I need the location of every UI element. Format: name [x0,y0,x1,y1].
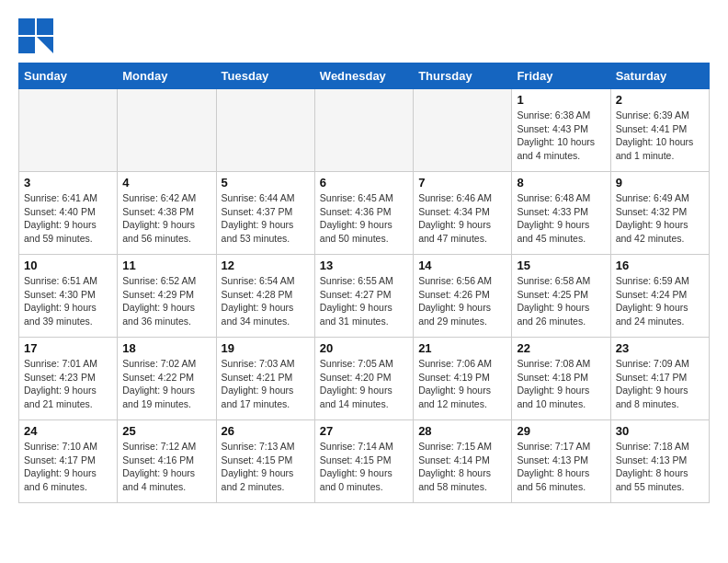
calendar-cell [414,89,512,172]
day-number: 3 [24,176,112,190]
calendar-cell: 7Sunrise: 6:46 AM Sunset: 4:34 PM Daylig… [414,172,512,255]
day-number: 16 [616,259,704,272]
svg-rect-1 [37,18,53,35]
calendar-cell: 19Sunrise: 7:03 AM Sunset: 4:21 PM Dayli… [216,338,314,420]
day-info: Sunrise: 7:09 AM Sunset: 4:17 PM Dayligh… [616,357,704,411]
calendar-cell: 16Sunrise: 6:59 AM Sunset: 4:24 PM Dayli… [610,255,709,338]
logo [18,18,59,53]
calendar-cell: 18Sunrise: 7:02 AM Sunset: 4:22 PM Dayli… [118,338,216,420]
day-info: Sunrise: 7:08 AM Sunset: 4:18 PM Dayligh… [517,357,605,411]
calendar-cell: 9Sunrise: 6:49 AM Sunset: 4:32 PM Daylig… [610,172,709,255]
day-number: 19 [222,341,310,355]
day-info: Sunrise: 7:06 AM Sunset: 4:19 PM Dayligh… [418,357,506,411]
day-number: 4 [122,176,210,190]
calendar-cell: 25Sunrise: 7:12 AM Sunset: 4:16 PM Dayli… [118,420,216,503]
calendar-cell: 14Sunrise: 6:56 AM Sunset: 4:26 PM Dayli… [414,255,512,338]
day-number: 18 [122,341,210,355]
calendar-cell: 30Sunrise: 7:18 AM Sunset: 4:13 PM Dayli… [610,420,709,503]
day-info: Sunrise: 6:54 AM Sunset: 4:28 PM Dayligh… [222,274,310,328]
day-info: Sunrise: 7:02 AM Sunset: 4:22 PM Dayligh… [122,357,210,411]
day-info: Sunrise: 6:59 AM Sunset: 4:24 PM Dayligh… [616,274,704,328]
calendar-cell: 24Sunrise: 7:10 AM Sunset: 4:17 PM Dayli… [19,420,118,503]
day-info: Sunrise: 6:52 AM Sunset: 4:29 PM Dayligh… [122,274,210,328]
logo-icon [18,18,53,53]
day-number: 12 [222,259,310,272]
day-number: 21 [418,341,506,355]
day-number: 20 [320,341,408,355]
day-number: 5 [222,176,310,190]
day-info: Sunrise: 7:18 AM Sunset: 4:13 PM Dayligh… [616,440,704,494]
day-info: Sunrise: 7:01 AM Sunset: 4:23 PM Dayligh… [24,357,112,411]
day-info: Sunrise: 7:14 AM Sunset: 4:15 PM Dayligh… [320,440,408,494]
day-info: Sunrise: 7:12 AM Sunset: 4:16 PM Dayligh… [122,440,210,494]
calendar-cell: 15Sunrise: 6:58 AM Sunset: 4:25 PM Dayli… [512,255,610,338]
calendar-cell: 4Sunrise: 6:42 AM Sunset: 4:38 PM Daylig… [118,172,216,255]
day-number: 14 [418,259,506,272]
calendar-cell: 28Sunrise: 7:15 AM Sunset: 4:14 PM Dayli… [414,420,512,503]
day-info: Sunrise: 6:39 AM Sunset: 4:41 PM Dayligh… [616,109,704,163]
calendar-cell: 29Sunrise: 7:17 AM Sunset: 4:13 PM Dayli… [512,420,610,503]
day-info: Sunrise: 7:05 AM Sunset: 4:20 PM Dayligh… [320,357,408,411]
day-number: 24 [24,424,112,438]
day-info: Sunrise: 6:55 AM Sunset: 4:27 PM Dayligh… [320,274,408,328]
day-number: 28 [418,424,506,438]
calendar-cell: 8Sunrise: 6:48 AM Sunset: 4:33 PM Daylig… [512,172,610,255]
day-info: Sunrise: 6:48 AM Sunset: 4:33 PM Dayligh… [517,191,605,246]
day-number: 17 [24,341,112,355]
calendar-cell: 27Sunrise: 7:14 AM Sunset: 4:15 PM Dayli… [314,420,413,503]
day-number: 25 [122,424,210,438]
day-number: 26 [222,424,310,438]
weekday-header-monday: Monday [118,63,216,89]
day-number: 29 [517,424,605,438]
day-number: 9 [616,176,704,190]
day-number: 8 [517,176,605,190]
weekday-header-wednesday: Wednesday [314,63,413,89]
day-number: 27 [320,424,408,438]
calendar-cell: 11Sunrise: 6:52 AM Sunset: 4:29 PM Dayli… [118,255,216,338]
day-number: 7 [418,176,506,190]
calendar-cell: 6Sunrise: 6:45 AM Sunset: 4:36 PM Daylig… [314,172,413,255]
day-info: Sunrise: 6:49 AM Sunset: 4:32 PM Dayligh… [616,191,704,246]
weekday-header-sunday: Sunday [19,63,118,89]
day-info: Sunrise: 6:51 AM Sunset: 4:30 PM Dayligh… [24,274,112,328]
calendar-cell: 3Sunrise: 6:41 AM Sunset: 4:40 PM Daylig… [19,172,118,255]
calendar-cell: 2Sunrise: 6:39 AM Sunset: 4:41 PM Daylig… [610,89,709,172]
calendar: SundayMondayTuesdayWednesdayThursdayFrid… [18,63,710,503]
svg-rect-0 [18,18,35,35]
day-info: Sunrise: 6:45 AM Sunset: 4:36 PM Dayligh… [320,191,408,246]
day-info: Sunrise: 6:42 AM Sunset: 4:38 PM Dayligh… [122,191,210,246]
calendar-cell: 10Sunrise: 6:51 AM Sunset: 4:30 PM Dayli… [19,255,118,338]
calendar-cell: 5Sunrise: 6:44 AM Sunset: 4:37 PM Daylig… [216,172,314,255]
day-info: Sunrise: 7:17 AM Sunset: 4:13 PM Dayligh… [517,440,605,494]
calendar-cell [216,89,314,172]
calendar-cell [314,89,413,172]
weekday-header-friday: Friday [512,63,610,89]
svg-rect-2 [18,37,35,53]
calendar-cell [118,89,216,172]
day-info: Sunrise: 7:10 AM Sunset: 4:17 PM Dayligh… [24,440,112,494]
day-info: Sunrise: 6:41 AM Sunset: 4:40 PM Dayligh… [24,191,112,246]
day-info: Sunrise: 7:03 AM Sunset: 4:21 PM Dayligh… [222,357,310,411]
weekday-header-saturday: Saturday [610,63,709,89]
calendar-cell: 21Sunrise: 7:06 AM Sunset: 4:19 PM Dayli… [414,338,512,420]
day-number: 15 [517,259,605,272]
weekday-header-tuesday: Tuesday [216,63,314,89]
day-info: Sunrise: 7:15 AM Sunset: 4:14 PM Dayligh… [418,440,506,494]
day-number: 30 [616,424,704,438]
day-info: Sunrise: 6:46 AM Sunset: 4:34 PM Dayligh… [418,191,506,246]
day-info: Sunrise: 6:44 AM Sunset: 4:37 PM Dayligh… [222,191,310,246]
day-number: 2 [616,93,704,107]
calendar-cell: 20Sunrise: 7:05 AM Sunset: 4:20 PM Dayli… [314,338,413,420]
calendar-cell [19,89,118,172]
day-number: 11 [122,259,210,272]
calendar-cell: 1Sunrise: 6:38 AM Sunset: 4:43 PM Daylig… [512,89,610,172]
calendar-cell: 23Sunrise: 7:09 AM Sunset: 4:17 PM Dayli… [610,338,709,420]
weekday-header-thursday: Thursday [414,63,512,89]
calendar-cell: 12Sunrise: 6:54 AM Sunset: 4:28 PM Dayli… [216,255,314,338]
calendar-cell: 22Sunrise: 7:08 AM Sunset: 4:18 PM Dayli… [512,338,610,420]
calendar-cell: 13Sunrise: 6:55 AM Sunset: 4:27 PM Dayli… [314,255,413,338]
day-info: Sunrise: 7:13 AM Sunset: 4:15 PM Dayligh… [222,440,310,494]
day-number: 22 [517,341,605,355]
calendar-cell: 17Sunrise: 7:01 AM Sunset: 4:23 PM Dayli… [19,338,118,420]
day-number: 13 [320,259,408,272]
